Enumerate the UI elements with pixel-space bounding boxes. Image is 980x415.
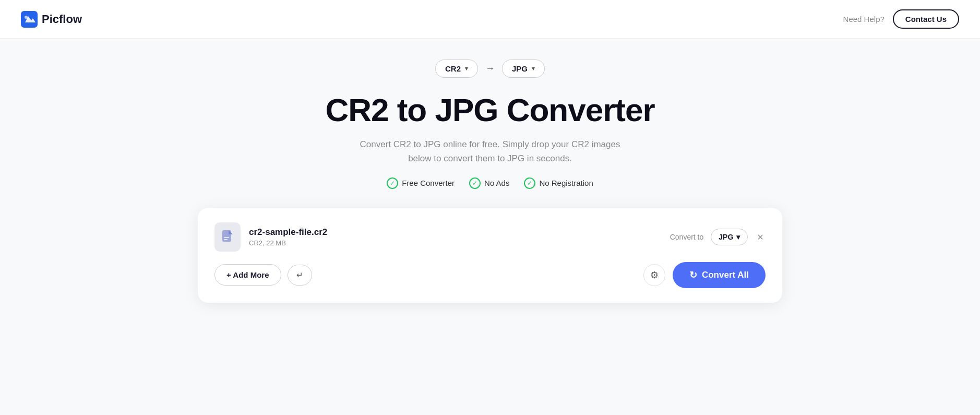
header-right: Need Help? Contact Us (843, 9, 959, 29)
file-actions-right: Convert to JPG ▾ × (670, 229, 766, 245)
drop-zone: cr2-sample-file.cr2 CR2, 22 MB Convert t… (198, 208, 782, 303)
bottom-left-actions: + Add More ↵ (214, 264, 312, 286)
badge-free-label: Free Converter (402, 179, 455, 187)
header: Picflow Need Help? Contact Us (0, 0, 980, 39)
add-more-button[interactable]: + Add More (214, 264, 281, 286)
check-icon-reg: ✓ (524, 177, 535, 189)
output-format-selector[interactable]: JPG ▾ (711, 229, 748, 245)
output-format-label: JPG (719, 233, 733, 241)
output-format-chevron-icon: ▾ (736, 233, 740, 241)
from-format-chevron-icon: ▾ (465, 65, 468, 72)
file-details: cr2-sample-file.cr2 CR2, 22 MB (249, 227, 327, 247)
badge-ads-label: No Ads (484, 179, 509, 187)
file-icon (214, 222, 241, 252)
to-format-selector[interactable]: JPG ▾ (502, 60, 545, 78)
convert-all-button[interactable]: ↻ Convert All (673, 262, 766, 288)
page-subtitle: Convert CR2 to JPG online for free. Simp… (354, 137, 626, 165)
file-info: cr2-sample-file.cr2 CR2, 22 MB (214, 222, 327, 252)
need-help-label: Need Help? (843, 15, 885, 23)
svg-rect-4 (224, 239, 228, 240)
enter-icon: ↵ (296, 270, 303, 280)
format-selector: CR2 ▾ → JPG ▾ (435, 60, 545, 78)
from-format-selector[interactable]: CR2 ▾ (435, 60, 478, 78)
logo-icon (21, 11, 38, 28)
settings-button[interactable]: ⚙ (643, 264, 665, 286)
enter-button[interactable]: ↵ (288, 265, 312, 286)
contact-us-button[interactable]: Contact Us (893, 9, 959, 29)
svg-point-1 (25, 16, 28, 19)
file-meta: CR2, 22 MB (249, 239, 327, 247)
badge-reg-label: No Registration (539, 179, 593, 187)
logo: Picflow (21, 11, 82, 28)
file-row: cr2-sample-file.cr2 CR2, 22 MB Convert t… (214, 222, 766, 252)
to-format-label: JPG (512, 64, 528, 73)
convert-all-label: Convert All (702, 270, 749, 280)
svg-rect-3 (224, 237, 229, 238)
file-svg-icon (221, 230, 234, 244)
remove-file-button[interactable]: × (755, 230, 766, 244)
badge-no-registration: ✓ No Registration (524, 177, 593, 189)
check-icon-free: ✓ (387, 177, 398, 189)
badge-free-converter: ✓ Free Converter (387, 177, 455, 189)
gear-icon: ⚙ (650, 269, 659, 281)
from-format-label: CR2 (445, 64, 461, 73)
bottom-right-actions: ⚙ ↻ Convert All (643, 262, 766, 288)
page-title: CR2 to JPG Converter (325, 92, 654, 128)
bottom-row: + Add More ↵ ⚙ ↻ Convert All (214, 262, 766, 288)
arrow-icon: → (485, 63, 495, 74)
main-content: CR2 ▾ → JPG ▾ CR2 to JPG Converter Conve… (0, 39, 980, 303)
to-format-chevron-icon: ▾ (532, 65, 535, 72)
convert-to-label: Convert to (670, 233, 704, 241)
convert-icon: ↻ (689, 269, 697, 281)
badge-no-ads: ✓ No Ads (469, 177, 509, 189)
feature-badges: ✓ Free Converter ✓ No Ads ✓ No Registrat… (387, 177, 593, 189)
file-name: cr2-sample-file.cr2 (249, 227, 327, 238)
check-icon-ads: ✓ (469, 177, 481, 189)
logo-text: Picflow (42, 13, 82, 26)
